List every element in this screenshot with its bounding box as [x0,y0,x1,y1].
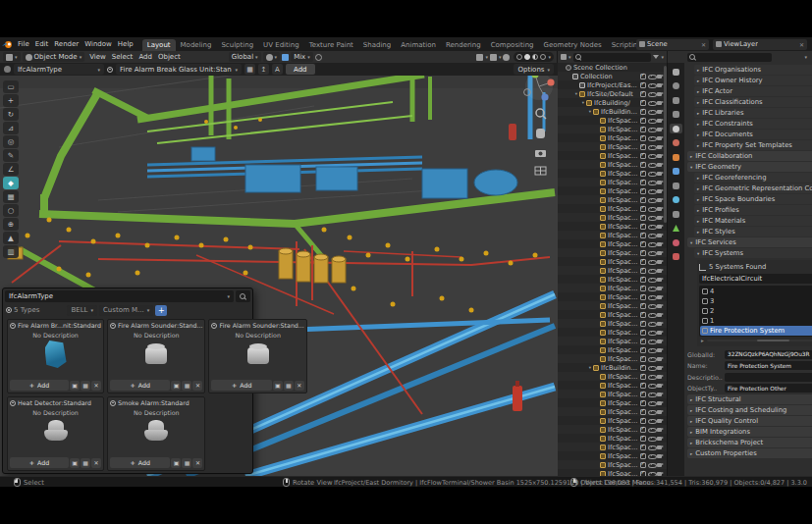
delete-type-icon[interactable]: ✕ [192,381,202,391]
outliner-row[interactable]: IfcSpace/212 [558,460,667,469]
selectable-checkbox[interactable] [639,382,647,389]
outliner-row[interactable]: IfcSpace/128 [558,337,667,345]
tool-button[interactable]: ○ [3,204,19,217]
render-camera-icon[interactable] [657,223,665,230]
outliner-row[interactable]: IfcProject/East Dormitory [558,80,667,89]
topbar-menu[interactable]: Render [51,40,81,48]
type-card[interactable]: Heat Detector:Standard No Description +A… [7,396,104,471]
outliner-row[interactable]: IfcSpace/206 [558,407,667,416]
tool-button[interactable]: ▲ [3,232,19,244]
outliner-row[interactable]: ▾ IfcBuilding/ [558,98,667,107]
selectable-checkbox[interactable] [639,302,647,309]
properties-tab[interactable] [670,67,682,77]
outliner-row[interactable]: IfcSpace/104 [558,142,667,151]
hide-eye-icon[interactable] [648,285,656,291]
select-type-icon[interactable]: ▣ [70,381,80,391]
render-camera-icon[interactable] [657,399,665,406]
tool-button[interactable]: ◎ [3,135,19,148]
system-list-item[interactable]: 1 ➤ ✓ ✕ [700,316,812,326]
workspace-tab[interactable]: Geometry Nodes [539,39,607,51]
hide-eye-icon[interactable] [648,170,656,177]
up-icon[interactable]: ↥ [258,64,269,75]
add-type-instance-button[interactable]: +Add [110,380,170,391]
properties-tab[interactable] [670,252,682,262]
tool-button[interactable]: ◆ [3,177,19,189]
hide-eye-icon[interactable] [648,81,656,88]
select-type-icon[interactable]: ▣ [273,381,283,391]
hide-eye-icon[interactable] [648,99,656,106]
hide-eye-icon[interactable] [648,258,656,265]
pivot-point-dropdown[interactable]: ▾ [263,52,281,62]
add-type-instance-button[interactable]: +Add [10,457,69,468]
render-camera-icon[interactable] [657,426,665,433]
selectable-checkbox[interactable] [639,134,647,141]
viewport-menu[interactable]: Add [135,53,155,61]
properties-tab[interactable] [670,81,682,91]
render-camera-icon[interactable] [657,338,665,344]
selectable-checkbox[interactable] [639,452,647,459]
type-class-dropdown[interactable]: IfcAlarmType▾ [5,290,234,302]
hide-eye-icon[interactable] [648,134,656,141]
outliner-row[interactable]: IfcSpace/105 [558,248,667,257]
workspace-tab[interactable]: Rendering [441,39,486,51]
tool-button[interactable]: ▥ [3,245,19,258]
hide-eye-icon[interactable] [648,214,656,221]
outliner-row[interactable]: IfcSpace/107 [558,160,667,169]
hide-eye-icon[interactable] [648,293,656,300]
type-card[interactable]: Smoke Alarm:Standard No Description +Add… [107,396,205,471]
selectable-checkbox[interactable] [639,143,647,150]
properties-tab[interactable] [670,209,682,219]
remove-viewlayer-icon[interactable]: ✕ [799,41,804,48]
outliner-row[interactable]: IfcSpace/101 [558,151,667,160]
outliner-row[interactable]: IfcSpace/203 [558,381,667,390]
selectable-checkbox[interactable] [639,187,647,194]
render-camera-icon[interactable] [657,249,665,256]
panel-section-header[interactable]: ▸Brickschema Project [687,438,812,447]
outliner-row[interactable]: IfcSpace/117 [558,354,667,363]
attribute-input[interactable]: Fire Protection System [725,361,812,370]
selectable-checkbox[interactable] [639,391,647,397]
expand-more-icon[interactable]: ▸ [701,338,704,343]
outliner-row[interactable]: IfcSpace/125 [558,266,667,275]
blender-logo-icon[interactable] [0,40,15,49]
unlink-scene-icon[interactable]: ✕ [701,41,706,48]
delete-type-icon[interactable]: ✕ [192,458,202,468]
selectable-checkbox[interactable] [639,108,647,115]
hide-eye-icon[interactable] [648,373,656,380]
outliner-row[interactable]: ▾ IfcSite/Default [558,89,667,98]
outliner-row[interactable]: IfcSpace/110 [558,178,667,186]
tool-button[interactable]: ↻ [3,108,19,121]
hide-eye-icon[interactable] [648,320,656,327]
hide-eye-icon[interactable] [648,382,656,389]
selectable-checkbox[interactable] [639,408,647,415]
viewport-menu[interactable]: Object [155,53,184,61]
select-type-icon[interactable]: ▣ [171,458,181,468]
viewport-menu[interactable]: Select [109,53,136,61]
hide-eye-icon[interactable] [648,276,656,283]
hide-eye-icon[interactable] [648,179,656,185]
custom-filter-dropdown[interactable]: Custom M...▾ [99,305,153,316]
hide-eye-icon[interactable] [648,355,656,362]
selectable-checkbox[interactable] [639,152,647,159]
outliner-row[interactable]: IfcSpace/120 [558,301,667,310]
rendered-shading-icon[interactable] [540,54,546,60]
workspace-tab[interactable]: UV Editing [258,39,304,51]
properties-tab[interactable] [670,167,682,177]
hide-eye-icon[interactable] [648,205,656,212]
selectable-checkbox[interactable] [639,267,647,274]
selectable-checkbox[interactable] [639,311,647,318]
outliner-row[interactable]: IfcSpace/113 [558,222,667,231]
panel-section-header[interactable]: ▾IFC Services [687,237,812,247]
hide-eye-icon[interactable] [648,452,656,459]
panel-section-header[interactable]: ▸IFC Quality Control [687,416,812,426]
hide-eye-icon[interactable] [648,232,656,238]
render-camera-icon[interactable] [657,329,665,336]
hide-eye-icon[interactable] [648,426,656,433]
system-list-item[interactable]: Fire Protection System ➤ ✓ ✕ [700,326,812,336]
selectable-checkbox[interactable] [639,232,647,238]
duplicate-type-icon[interactable]: ▦ [81,381,90,391]
selectable-checkbox[interactable] [639,461,647,468]
select-type-icon[interactable]: ▣ [171,381,181,391]
attribute-input[interactable]: 32ZNGQzkP6AQhNzGj9Ou3R [725,350,812,359]
selectable-checkbox[interactable] [639,214,647,221]
